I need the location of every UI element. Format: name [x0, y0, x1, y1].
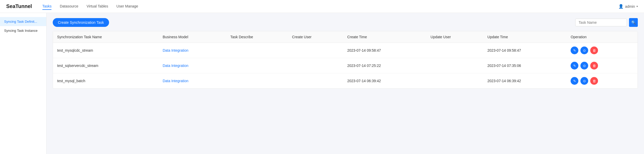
- table-header: Synchronization Task Name Business Model…: [53, 31, 638, 43]
- col-update-user: Update User: [426, 31, 483, 43]
- chevron-down-icon: ▾: [637, 5, 638, 8]
- sidebar-item-syncing-task-instance[interactable]: Syncing Task Instance: [0, 26, 46, 35]
- cell-update-time: 2023-07-14 06:39:42: [483, 73, 566, 89]
- username-label: admin: [625, 4, 635, 9]
- edit-button[interactable]: ✎: [571, 47, 578, 54]
- search-input[interactable]: [575, 19, 627, 26]
- user-icon: 👤: [618, 4, 624, 9]
- table-row: test_sqlservercdc_stream Data Integratio…: [53, 58, 638, 73]
- cell-update-time: 2023-07-14 09:58:47: [483, 43, 566, 58]
- view-button[interactable]: ⊙: [580, 77, 588, 85]
- col-business-model: Business Model: [158, 31, 226, 43]
- cell-operations: ✎ ⊙ 🗑: [566, 43, 638, 58]
- delete-button[interactable]: 🗑: [590, 62, 598, 70]
- view-button[interactable]: ⊙: [580, 62, 588, 70]
- table-body: test_mysqlcdc_stream Data Integration 20…: [53, 43, 638, 89]
- col-update-time: Update Time: [483, 31, 566, 43]
- view-button[interactable]: ⊙: [580, 47, 588, 54]
- nav-tasks[interactable]: Tasks: [42, 3, 52, 10]
- cell-create-time: 2023-07-14 06:39:42: [343, 73, 426, 89]
- app-header: SeaTunnel Tasks Datasource Virtual Table…: [0, 0, 644, 13]
- nav-datasource[interactable]: Datasource: [60, 3, 78, 10]
- col-task-describe: Task Describe: [226, 31, 288, 43]
- cell-task-describe: [226, 73, 288, 89]
- cell-task-name: test_mysql_batch: [53, 73, 158, 89]
- table-row: test_mysqlcdc_stream Data Integration 20…: [53, 43, 638, 58]
- cell-task-describe: [226, 43, 288, 58]
- col-operation: Operation: [566, 31, 638, 43]
- cell-update-user: [426, 58, 483, 73]
- cell-create-time: 2023-07-14 09:58:47: [343, 43, 426, 58]
- cell-update-time: 2023-07-14 07:35:06: [483, 58, 566, 73]
- search-button[interactable]: 🔍: [629, 18, 638, 27]
- edit-button[interactable]: ✎: [571, 77, 578, 85]
- cell-create-user: [288, 58, 343, 73]
- delete-button[interactable]: 🗑: [590, 77, 598, 85]
- nav-user-manage[interactable]: User Manage: [117, 3, 138, 10]
- app-logo: SeaTunnel: [6, 3, 32, 9]
- search-area: 🔍: [575, 18, 638, 27]
- table-row: test_mysql_batch Data Integration 2023-0…: [53, 73, 638, 89]
- sidebar-item-syncing-task-definition[interactable]: Syncing Task Definit...: [0, 17, 46, 26]
- cell-create-user: [288, 73, 343, 89]
- col-create-time: Create Time: [343, 31, 426, 43]
- cell-business-model: Data Integration: [158, 58, 226, 73]
- page-layout: Syncing Task Definit... Syncing Task Ins…: [0, 13, 644, 154]
- cell-task-describe: [226, 58, 288, 73]
- cell-operations: ✎ ⊙ 🗑: [566, 73, 638, 89]
- toolbar: Create Synchronization Task 🔍: [53, 18, 638, 27]
- col-create-user: Create User: [288, 31, 343, 43]
- cell-create-time: 2023-07-14 07:25:22: [343, 58, 426, 73]
- cell-operations: ✎ ⊙ 🗑: [566, 58, 638, 73]
- user-menu[interactable]: 👤 admin ▾: [618, 4, 638, 9]
- delete-button[interactable]: 🗑: [590, 47, 598, 54]
- sidebar: Syncing Task Definit... Syncing Task Ins…: [0, 13, 47, 154]
- search-icon: 🔍: [631, 20, 636, 25]
- cell-task-name: test_mysqlcdc_stream: [53, 43, 158, 58]
- cell-business-model: Data Integration: [158, 73, 226, 89]
- cell-business-model: Data Integration: [158, 43, 226, 58]
- tasks-table-container: Synchronization Task Name Business Model…: [53, 31, 638, 89]
- cell-update-user: [426, 73, 483, 89]
- main-nav: Tasks Datasource Virtual Tables User Man…: [42, 3, 618, 10]
- cell-create-user: [288, 43, 343, 58]
- create-sync-task-button[interactable]: Create Synchronization Task: [53, 18, 109, 27]
- cell-task-name: test_sqlservercdc_stream: [53, 58, 158, 73]
- main-content: Create Synchronization Task 🔍 Synchroniz…: [47, 13, 644, 154]
- tasks-table: Synchronization Task Name Business Model…: [53, 31, 638, 88]
- nav-virtual-tables[interactable]: Virtual Tables: [87, 3, 108, 10]
- col-task-name: Synchronization Task Name: [53, 31, 158, 43]
- cell-update-user: [426, 43, 483, 58]
- edit-button[interactable]: ✎: [571, 62, 578, 70]
